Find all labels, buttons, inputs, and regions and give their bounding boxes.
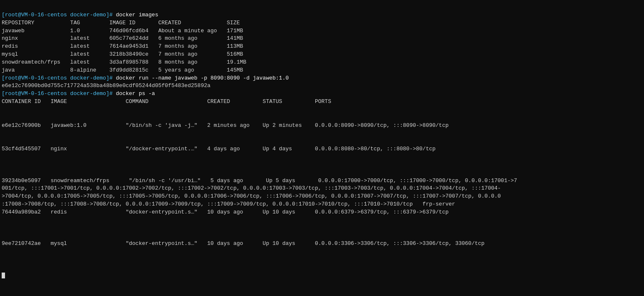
terminal-line-15 — [2, 130, 642, 138]
terminal-line-7: java 8-alpine 3fd9dd82815c 5 years ago 1… — [2, 67, 642, 75]
terminal-line-10: [root@VM-0-16-centos docker-demo]# docke… — [2, 90, 642, 98]
terminal-line-21: 39234b0e5097 snowdreamtech/frps "/bin/sh… — [2, 177, 642, 185]
terminal-line-27 — [2, 224, 642, 232]
terminal-line-3: nginx latest 605c77e624dd 6 months ago 1… — [2, 35, 642, 43]
terminal-line-5: mysql latest 3218b38490ce 7 months ago 5… — [2, 51, 642, 59]
terminal-line-26 — [2, 216, 642, 224]
terminal-line-32: mysql — [2, 264, 642, 272]
terminal-line-31 — [2, 256, 642, 264]
terminal-line-14: e6e12c76900b javaweb:1.0 "/bin/sh -c 'ja… — [2, 122, 642, 130]
terminal-line-1: REPOSITORY TAG IMAGE ID CREATED SIZE — [2, 19, 642, 27]
terminal-line-19 — [2, 161, 642, 169]
terminal-line-20: nginx — [2, 169, 642, 177]
terminal-line-4: redis latest 7614ae9453d1 7 months ago 1… — [2, 43, 642, 51]
terminal-line-23: >7004/tcp, 0.0.0.0:17005->7005/tcp, :::1… — [2, 193, 642, 201]
terminal-line-8: [root@VM-0-16-centos docker-demo]# docke… — [2, 75, 642, 82]
terminal-line-0: [root@VM-0-16-centos docker-demo]# docke… — [2, 11, 642, 19]
terminal-line-30 — [2, 248, 642, 256]
terminal-line-9: e6e12c76900bd0d755c717724a538ba48b89e0cd… — [2, 82, 642, 90]
terminal-line-28: redis — [2, 232, 642, 240]
terminal-line-11: CONTAINER ID IMAGE COMMAND CREATED STATU… — [2, 98, 642, 106]
terminal-line-6: snowdreamtech/frps latest 3d3af8985788 8… — [2, 59, 642, 67]
terminal-line-13 — [2, 114, 642, 122]
terminal-line-33 — [2, 272, 642, 280]
terminal-line-16: javaweb — [2, 137, 642, 145]
terminal-window[interactable]: [root@VM-0-16-centos docker-demo]# docke… — [0, 0, 644, 283]
terminal-line-22: 001/tcp, :::17001->7001/tcp, 0.0.0.0:170… — [2, 185, 642, 193]
terminal-line-18 — [2, 153, 642, 161]
terminal-line-12 — [2, 106, 642, 114]
terminal-line-24: :17008->7008/tcp, :::17008->7008/tcp, 0.… — [2, 201, 642, 208]
terminal-line-17: 53cf4d545507 nginx "/docker-entrypoint.…… — [2, 145, 642, 153]
terminal-line-29: 9ee7210742ae mysql "docker-entrypoint.s…… — [2, 240, 642, 248]
terminal-line-2: javaweb 1.0 746d06fcd6b4 About a minute … — [2, 27, 642, 35]
terminal-line-25: 76449a989ba2 redis "docker-entrypoint.s…… — [2, 208, 642, 216]
